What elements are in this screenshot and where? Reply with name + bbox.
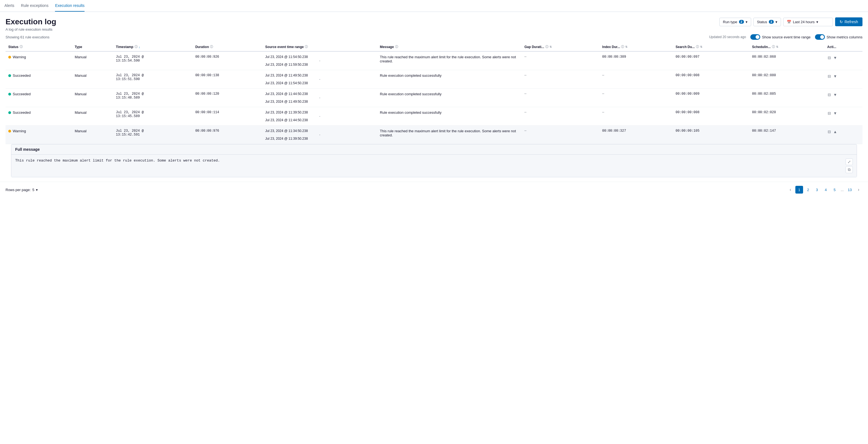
cell-type: Manual (72, 89, 113, 107)
filter-action-button[interactable]: ⊟ (827, 55, 832, 61)
page-2-button[interactable]: 2 (804, 186, 812, 194)
tab-execution-results[interactable]: Execution results (55, 0, 85, 11)
execution-table-wrapper: Status ⓘ Type Timestamp ⓘ ↓ Duration ⓘ (0, 42, 868, 144)
cell-type: Manual (72, 51, 113, 70)
cell-scheduling: 00:00:02:020 (749, 107, 824, 126)
tab-rule-exceptions[interactable]: Rule exceptions (21, 0, 49, 11)
filter-action-button[interactable]: ⊟ (827, 92, 832, 97)
cell-search-duration: 00:00:00:105 (673, 126, 749, 144)
show-metrics-toggle-group[interactable]: Show metrics columns (815, 34, 863, 40)
page-5-button[interactable]: 5 (831, 186, 838, 194)
col-index-duration[interactable]: Index Dur... ⓘ ⇅ (599, 42, 673, 51)
info-icon: ⓘ (621, 45, 624, 49)
info-icon: ⓘ (545, 45, 548, 49)
col-scheduling[interactable]: Schedulin... ⓘ ⇅ (749, 42, 824, 51)
cell-scheduling: 00:00:02:880 (749, 70, 824, 89)
cell-source-range: Jul 23, 2024 @ 11:54:50.238 - Jul 23, 20… (262, 51, 377, 70)
expand-row-button[interactable]: ▼ (833, 73, 838, 79)
updated-text: Updated 20 seconds ago (709, 35, 746, 39)
chevron-down-icon: ▾ (36, 188, 38, 192)
col-gap-duration[interactable]: Gap Durati... ⓘ ⇅ (522, 42, 599, 51)
cell-timestamp: Jul 23, 2024 @ 13:15:45.589 (113, 107, 192, 126)
sub-toolbar: Showing 61 rule executions Updated 20 se… (0, 31, 868, 42)
info-icon: ⓘ (305, 45, 308, 49)
page-3-button[interactable]: 3 (813, 186, 821, 194)
cell-index-duration: 00:00:00:327 (599, 126, 673, 144)
cell-source-range: Jul 23, 2024 @ 11:49:50.238 - Jul 23, 20… (262, 70, 377, 89)
table-row: Warning Manual Jul 23, 2024 @ 13:15:42.5… (5, 126, 863, 144)
cell-message: Rule execution completed successfully (377, 107, 522, 126)
cell-message: Rule execution completed successfully (377, 70, 522, 89)
full-message-text: This rule reached the maximum alert limi… (15, 158, 220, 163)
expand-row-button[interactable]: ▼ (833, 92, 838, 97)
cell-duration: 00:00:00:114 (192, 107, 262, 126)
filter-action-button[interactable]: ⊟ (827, 110, 832, 116)
cell-gap-duration: — (522, 89, 599, 107)
cell-message: This rule reached the maximum alert limi… (377, 126, 522, 144)
time-range-label: Last 24 hours (793, 20, 815, 24)
expand-message-button[interactable]: ⤢ (846, 158, 853, 165)
cell-duration: 00:00:00:926 (192, 51, 262, 70)
cell-status: Succeeded (5, 107, 72, 126)
run-type-filter[interactable]: Run type 2 ▾ (719, 18, 751, 26)
sort-icon: ⇅ (700, 45, 702, 48)
status-dot (8, 93, 11, 96)
status-label: Succeeded (13, 73, 31, 77)
refresh-button[interactable]: ↻ Refresh (835, 18, 863, 26)
info-icon: ⓘ (395, 45, 398, 49)
table-row: Succeeded Manual Jul 23, 2024 @ 13:15:51… (5, 70, 863, 89)
table-row: Warning Manual Jul 23, 2024 @ 13:15:54.5… (5, 51, 863, 70)
cell-index-duration: — (599, 70, 673, 89)
cell-scheduling: 00:00:02:147 (749, 126, 824, 144)
right-controls: Updated 20 seconds ago Show source event… (709, 34, 863, 40)
tab-alerts[interactable]: Alerts (4, 0, 14, 11)
full-message-header: Full message (11, 145, 857, 155)
col-search-duration[interactable]: Search Du... ⓘ ⇅ (673, 42, 749, 51)
last-page-button[interactable]: 13 (846, 186, 854, 194)
status-badge: 3 (769, 20, 774, 24)
cell-source-range: Jul 23, 2024 @ 11:34:50.238 - Jul 23, 20… (262, 126, 377, 144)
cell-duration: 00:00:00:138 (192, 70, 262, 89)
show-source-toggle-group[interactable]: Show source event time range (750, 34, 810, 40)
title-block: Execution log A log of rule execution re… (5, 18, 56, 31)
show-source-toggle[interactable] (750, 34, 760, 40)
expand-row-button[interactable]: ▼ (833, 110, 838, 116)
cell-source-range: Jul 23, 2024 @ 11:39:50.238 - Jul 23, 20… (262, 107, 377, 126)
status-filter[interactable]: Status 3 ▾ (753, 18, 781, 26)
col-actions: Acti... (824, 42, 863, 51)
info-icon: ⓘ (210, 45, 213, 49)
page-1-button[interactable]: 1 (795, 186, 803, 194)
pagination: ‹ 1 2 3 4 5 ... 13 › (786, 186, 863, 194)
sort-icon: ⇅ (550, 45, 552, 48)
cell-actions: ⊟ ▼ (824, 51, 863, 70)
showing-text: Showing 61 rule executions (5, 35, 50, 39)
cell-message: Rule execution completed successfully (377, 89, 522, 107)
cell-actions: ⊟ ▼ (824, 89, 863, 107)
footer: Rows per page: 5 ▾ ‹ 1 2 3 4 5 ... 13 › (0, 182, 868, 197)
show-metrics-label: Show metrics columns (827, 35, 863, 39)
rows-per-page-control[interactable]: Rows per page: 5 ▾ (5, 188, 38, 192)
show-metrics-toggle[interactable] (815, 34, 825, 40)
cell-search-duration: 00:00:00:097 (673, 51, 749, 70)
cell-scheduling: 00:00:02:860 (749, 51, 824, 70)
cell-type: Manual (72, 107, 113, 126)
copy-message-button[interactable]: ⧉ (846, 166, 853, 173)
cell-duration: 00:00:00:120 (192, 89, 262, 107)
expand-row-button[interactable]: ▲ (833, 129, 838, 134)
filter-action-button[interactable]: ⊟ (827, 73, 832, 79)
time-range-picker[interactable]: 📅 Last 24 hours ▾ (783, 18, 833, 26)
next-page-button[interactable]: › (855, 186, 863, 194)
page-4-button[interactable]: 4 (822, 186, 830, 194)
expand-row-button[interactable]: ▼ (833, 55, 838, 61)
cell-timestamp: Jul 23, 2024 @ 13:15:51.590 (113, 70, 192, 89)
cell-search-duration: 00:00:00:009 (673, 89, 749, 107)
table-row: Succeeded Manual Jul 23, 2024 @ 13:15:48… (5, 89, 863, 107)
filter-action-button[interactable]: ⊟ (827, 129, 832, 134)
top-nav: Alerts Rule exceptions Execution results (0, 0, 868, 12)
prev-page-button[interactable]: ‹ (786, 186, 794, 194)
status-label: Warning (13, 129, 26, 133)
cell-gap-duration: — (522, 70, 599, 89)
cell-actions: ⊟ ▼ (824, 70, 863, 89)
table-row: Succeeded Manual Jul 23, 2024 @ 13:15:45… (5, 107, 863, 126)
col-timestamp[interactable]: Timestamp ⓘ ↓ (113, 42, 192, 51)
